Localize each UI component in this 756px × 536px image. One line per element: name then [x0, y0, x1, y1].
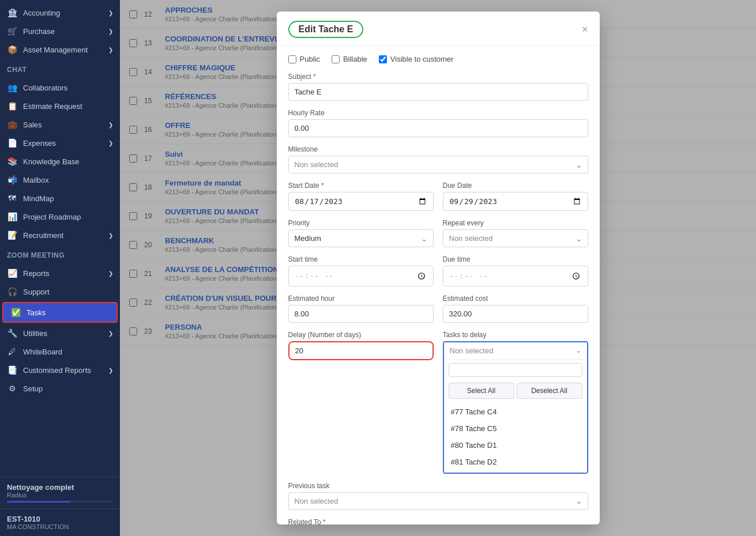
tasks-search-input[interactable] [449, 363, 582, 377]
due-time-label: Due time [443, 255, 588, 263]
sidebar-item-collaborators[interactable]: 👥 Collaborators [0, 78, 120, 97]
chevron-icon: ❯ [108, 232, 113, 239]
subject-label: Subject * [288, 73, 588, 81]
expenses-icon: 📄 [7, 138, 17, 148]
estimated-cost-label: Estimated cost [443, 295, 588, 303]
repeat-every-group: Repeat every Non selected [443, 219, 588, 247]
due-time-group: Due time [443, 255, 588, 286]
start-date-input[interactable] [288, 192, 434, 211]
tasks-to-delay-dropdown-container: Non selected ⌄ Select All Deselect All [443, 341, 588, 474]
start-date-group: Start Date * [288, 182, 434, 211]
sidebar-user: EST-1010 MA CONSTRUCTION [0, 508, 120, 536]
dropdown-actions: Select All Deselect All [444, 380, 587, 401]
modal-body: Public Billable Visible to customer Subj… [277, 46, 600, 524]
sidebar-item-estimate-request[interactable]: 📋 Estimate Request [0, 97, 120, 115]
estimated-row: Estimated hour Estimated cost [288, 295, 588, 323]
hourly-rate-field-group: Hourly Rate [288, 109, 588, 137]
chevron-icon: ❯ [108, 47, 113, 53]
delay-group: Delay (Number of days) [288, 331, 434, 360]
due-time-input[interactable] [443, 266, 588, 286]
public-checkbox[interactable] [288, 55, 296, 63]
repeat-select[interactable]: Non selected [443, 229, 588, 247]
sidebar-item-support[interactable]: 🎧 Support [0, 282, 120, 301]
delay-highlight [288, 341, 434, 360]
delay-label: Delay (Number of days) [288, 331, 434, 339]
visible-checkbox-item[interactable]: Visible to customer [379, 55, 454, 63]
tasks-to-delay-select[interactable]: Non selected ⌄ [444, 342, 587, 360]
chat-section-header: Chat [0, 61, 120, 78]
setup-icon: ⚙ [7, 384, 17, 393]
sidebar-item-utilities[interactable]: 🔧 Utilities ❯ [0, 324, 120, 342]
tasks-to-delay-dropdown-body: Select All Deselect All #77 Tache C4#78 … [444, 360, 587, 473]
chevron-icon: ❯ [108, 28, 113, 35]
tasks-to-delay-group: Tasks to delay Non selected ⌄ [443, 331, 588, 474]
estimated-cost-group: Estimated cost [443, 295, 588, 323]
accounting-icon: 🏦 [7, 8, 17, 17]
sidebar-item-sales[interactable]: 💼 Sales ❯ [0, 115, 120, 134]
start-date-label: Start Date * [288, 182, 434, 190]
dropdown-chevron-icon: ⌄ [576, 346, 581, 354]
subject-input[interactable] [288, 83, 588, 101]
sidebar-item-knowledge-base[interactable]: 📚 Knowledge Base [0, 152, 120, 171]
subject-field-group: Subject * [288, 73, 588, 101]
sidebar-item-accounting[interactable]: 🏦 Accounting ❯ [0, 3, 120, 22]
previous-task-group: Previous task Non selected [288, 482, 588, 510]
milestone-field-group: Milestone Non selected [288, 145, 588, 173]
whiteboard-icon: 🖊 [7, 347, 17, 356]
chevron-icon: ❯ [108, 140, 113, 146]
select-all-button[interactable]: Select All [449, 383, 514, 399]
priority-select-wrapper: Medium [288, 229, 434, 247]
estimated-hour-label: Estimated hour [288, 295, 434, 303]
sidebar-item-tasks[interactable]: ✅ Tasks [3, 303, 116, 322]
repeat-every-label: Repeat every [443, 219, 588, 227]
sidebar-item-recruitment[interactable]: 📝 Recruitment ❯ [0, 226, 120, 244]
chevron-icon: ❯ [108, 270, 113, 277]
repeat-select-wrapper: Non selected [443, 229, 588, 247]
sidebar-item-purchase[interactable]: 🛒 Purchase ❯ [0, 22, 120, 40]
asset-icon: 📦 [7, 45, 17, 54]
hourly-rate-input[interactable] [288, 119, 588, 137]
sidebar-item-mindmap[interactable]: 🗺 MindMap [0, 189, 120, 207]
sales-icon: 💼 [7, 120, 17, 129]
sidebar-item-expenses[interactable]: 📄 Expenses ❯ [0, 134, 120, 152]
estimated-cost-input[interactable] [443, 305, 588, 323]
billable-checkbox-item[interactable]: Billable [332, 55, 367, 63]
roadmap-icon: 📊 [7, 212, 17, 221]
dropdown-item[interactable]: #80 Tache D1 [444, 437, 587, 454]
reports-icon: 📈 [7, 269, 17, 278]
milestone-select[interactable]: Non selected [288, 156, 588, 173]
search-container [444, 360, 587, 380]
due-date-input[interactable] [443, 192, 588, 211]
sidebar-item-whiteboard[interactable]: 🖊 WhiteBoard [0, 342, 120, 361]
milestone-label: Milestone [288, 145, 588, 153]
tasks-icon: ✅ [10, 308, 21, 317]
sidebar-item-mailbox[interactable]: 📬 Mailbox [0, 171, 120, 189]
sidebar: 🏦 Accounting ❯ 🛒 Purchase ❯ 📦 Asset Mana… [0, 0, 120, 536]
sidebar-item-reports[interactable]: 📈 Reports ❯ [0, 264, 120, 282]
sidebar-item-asset-management[interactable]: 📦 Asset Management ❯ [0, 40, 120, 59]
recruitment-icon: 📝 [7, 231, 17, 240]
priority-row: Priority Medium Repeat every Non selecte… [288, 219, 588, 247]
previous-task-select[interactable]: Non selected [288, 492, 588, 510]
sidebar-item-customised-reports[interactable]: 📑 Customised Reports ❯ [0, 361, 120, 379]
estimated-hour-input[interactable] [288, 305, 434, 323]
dropdown-item[interactable]: #77 Tache C4 [444, 403, 587, 420]
purchase-icon: 🛒 [7, 27, 17, 36]
chevron-icon: ❯ [108, 367, 113, 373]
modal-overlay: Edit Tache E × Public Billable [120, 0, 756, 536]
hourly-rate-label: Hourly Rate [288, 109, 588, 117]
due-date-label: Due Date [443, 182, 588, 190]
priority-select[interactable]: Medium [288, 229, 434, 247]
dropdown-item[interactable]: #78 Tache C5 [444, 420, 587, 437]
dropdown-item[interactable]: #81 Tache D2 [444, 454, 587, 470]
modal-close-button[interactable]: × [582, 24, 588, 35]
sidebar-item-setup[interactable]: ⚙ Setup [0, 379, 120, 398]
public-checkbox-item[interactable]: Public [288, 55, 320, 63]
billable-checkbox[interactable] [332, 55, 340, 63]
sidebar-item-project-roadmap[interactable]: 📊 Project Roadmap [0, 207, 120, 226]
visible-checkbox[interactable] [379, 55, 387, 63]
start-time-input[interactable] [288, 266, 434, 286]
utilities-icon: 🔧 [7, 329, 17, 338]
deselect-all-button[interactable]: Deselect All [517, 383, 582, 399]
delay-input[interactable] [289, 342, 432, 359]
